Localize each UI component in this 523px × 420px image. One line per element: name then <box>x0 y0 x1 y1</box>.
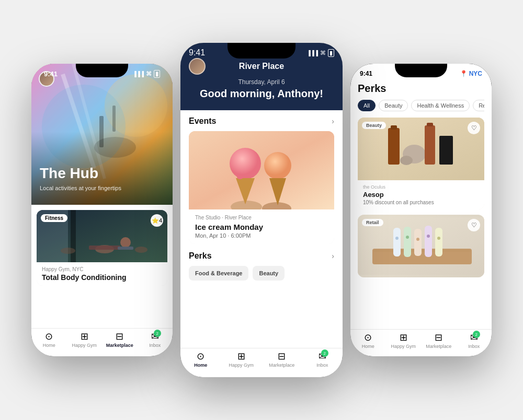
svg-rect-40 <box>425 226 432 257</box>
filter-health[interactable]: Health & Wellness <box>411 100 470 111</box>
product-card-retail[interactable]: Retail ♡ <box>358 215 484 277</box>
svg-point-24 <box>237 175 243 179</box>
event-card[interactable]: The Studio · River Place Ice cream Monda… <box>189 131 334 244</box>
signal-icon-center: ▐▐▐ <box>307 50 318 56</box>
product-image-aesop: Beauty ♡ <box>358 118 484 180</box>
product-card-aesop[interactable]: Beauty ♡ the Oculus Aesop 10% discount o… <box>358 118 484 209</box>
product-location-aesop: the Oculus <box>363 184 479 190</box>
signal-icon-left: ▐▐▐ <box>133 71 144 77</box>
avatar-center[interactable] <box>189 58 206 75</box>
svg-rect-14 <box>118 247 133 250</box>
product-desc-aesop: 10% discount on all purchases <box>363 200 479 205</box>
home-icon-center: ⊙ <box>197 351 204 361</box>
event-info: The Studio · River Place Ice cream Monda… <box>189 209 334 244</box>
fitness-card[interactable]: Fitness ⭐ 4 Happy Gym, NYC Total Body Co… <box>37 210 167 286</box>
perk-chip-beauty[interactable]: Beauty <box>253 266 285 281</box>
tab-gym-center[interactable]: ⊞ Happy Gym <box>221 352 262 368</box>
notch-center <box>228 43 295 59</box>
tab-inbox-left[interactable]: ✉ 2 Inbox <box>138 332 173 348</box>
center-screen: 9:41 ▐▐▐ ⌘ ▮ River Place Thursday, April… <box>180 43 343 377</box>
product-badge-aesop: Beauty <box>362 122 386 129</box>
time-left: 9:41 <box>44 70 58 78</box>
tab-inbox-label-center: Inbox <box>316 363 328 368</box>
marketplace-icon-right: ⊟ <box>435 332 442 343</box>
tab-inbox-label-right: Inbox <box>468 344 480 349</box>
svg-point-25 <box>249 174 254 178</box>
events-arrow[interactable]: › <box>332 117 334 125</box>
svg-point-22 <box>264 152 291 179</box>
tab-marketplace-label-center: Marketplace <box>269 363 294 368</box>
svg-rect-31 <box>427 123 433 126</box>
filter-row: All Beauty Health & Wellness Retail <box>358 100 484 111</box>
tab-marketplace-label-right: Marketplace <box>426 344 451 349</box>
home-icon-left: ⊙ <box>45 331 53 342</box>
tab-bar-center: ⊙ Home ⊞ Happy Gym ⊟ Marketplace <box>180 348 343 377</box>
fitness-venue: Happy Gym, NYC <box>42 266 162 272</box>
tab-gym-label-left: Happy Gym <box>72 343 97 348</box>
phone-right: 9:41 📍 NYC Perks All Beauty Health & Wel… <box>350 64 492 356</box>
gym-icon-center: ⊞ <box>237 351 245 361</box>
left-screen: 9:41 ▐▐▐ ⌘ ▮ The Hub Local activities at… <box>31 64 173 356</box>
tab-gym-right[interactable]: ⊞ Happy Gym <box>386 333 422 349</box>
tab-inbox-center[interactable]: ✉ 2 Inbox <box>302 352 343 368</box>
event-title: Ice cream Monday <box>195 223 328 231</box>
perk-chip-food[interactable]: Food & Beverage <box>189 266 248 281</box>
svg-rect-10 <box>71 210 76 262</box>
svg-rect-37 <box>393 228 401 256</box>
fitness-image: Fitness ⭐ 4 <box>37 210 167 262</box>
tab-marketplace-left[interactable]: ⊟ Marketplace <box>102 332 138 348</box>
battery-icon-left: ▮ <box>154 70 160 78</box>
notch-right <box>395 64 447 77</box>
fitness-badge: Fitness <box>41 214 67 222</box>
events-title: Events <box>189 116 216 126</box>
svg-rect-36 <box>373 250 471 252</box>
notch-left <box>76 64 128 77</box>
svg-point-44 <box>416 238 419 241</box>
fitness-title: Total Body Conditioning <box>42 273 162 282</box>
gym-icon-right: ⊞ <box>400 332 407 343</box>
inbox-badge-right: 2 <box>473 331 480 338</box>
svg-rect-7 <box>112 106 116 132</box>
filter-retail[interactable]: Retail <box>473 100 484 111</box>
hero-title: The Hub <box>40 166 98 182</box>
svg-point-42 <box>395 237 399 240</box>
tab-home-right[interactable]: ⊙ Home <box>350 333 386 349</box>
tab-home-label-left: Home <box>43 343 55 348</box>
tab-home-left[interactable]: ⊙ Home <box>31 332 67 348</box>
wifi-icon-left: ⌘ <box>146 71 152 77</box>
filter-all[interactable]: All <box>358 100 376 111</box>
nyc-text: NYC <box>469 70 482 77</box>
tab-gym-label-center: Happy Gym <box>229 363 254 368</box>
tab-inbox-right[interactable]: ✉ 2 Inbox <box>457 333 492 349</box>
tab-home-center[interactable]: ⊙ Home <box>180 352 221 368</box>
marketplace-icon-center: ⊟ <box>278 351 286 361</box>
tab-home-label-center: Home <box>194 363 207 368</box>
heart-button-aesop[interactable]: ♡ <box>468 122 480 134</box>
product-image-retail: Retail ♡ <box>358 215 484 277</box>
tab-bar-right: ⊙ Home ⊞ Happy Gym ⊟ Marketplace <box>350 329 492 356</box>
tab-marketplace-right[interactable]: ⊟ Marketplace <box>421 333 457 349</box>
inbox-badge-left: 2 <box>154 330 161 337</box>
gym-icon-left: ⊞ <box>81 331 88 342</box>
hero-subtitle: Local activities at your fingertips <box>40 185 121 191</box>
fitness-info: Happy Gym, NYC Total Body Conditioning <box>37 262 167 286</box>
svg-rect-32 <box>439 136 453 165</box>
inbox-badge-center: 2 <box>321 349 328 357</box>
center-greeting: Good morning, Anthony! <box>189 88 334 100</box>
product-badge-retail: Retail <box>362 219 383 226</box>
phone-left: 9:41 ▐▐▐ ⌘ ▮ The Hub Local activities at… <box>31 64 173 356</box>
perks-section: Perks › Food & Beverage Beauty <box>189 251 334 281</box>
wifi-icon-center: ⌘ <box>320 50 326 56</box>
svg-point-13 <box>120 237 131 248</box>
phone-center: 9:41 ▐▐▐ ⌘ ▮ River Place Thursday, April… <box>180 43 343 377</box>
filter-beauty[interactable]: Beauty <box>379 100 408 111</box>
perks-arrow[interactable]: › <box>332 252 334 260</box>
heart-button-retail[interactable]: ♡ <box>468 219 480 231</box>
tab-gym-left[interactable]: ⊞ Happy Gym <box>67 332 103 348</box>
perks-preview: Food & Beverage Beauty <box>189 266 334 281</box>
svg-rect-39 <box>414 229 422 256</box>
event-date: Mon, Apr 10 · 6:00PM <box>195 232 328 239</box>
product-info-aesop: the Oculus Aesop 10% discount on all pur… <box>358 180 484 209</box>
svg-point-16 <box>135 247 147 253</box>
tab-marketplace-center[interactable]: ⊟ Marketplace <box>262 352 302 368</box>
